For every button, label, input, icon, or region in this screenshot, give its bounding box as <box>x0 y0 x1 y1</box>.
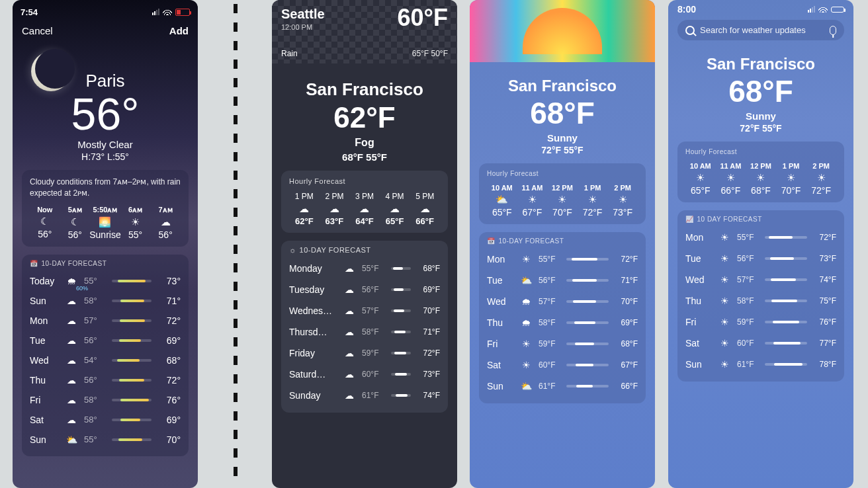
hourly-cell[interactable]: 3 PM☁64°F <box>349 192 380 226</box>
hourly-row[interactable]: 10 AM☀65°F11 AM☀66°F12 PM☀68°F1 PM☀70°F2… <box>685 162 836 196</box>
daily-row[interactable]: Today🌧60%55°73° <box>30 271 181 291</box>
daily-card[interactable]: 📈 10 DAY FORECAST Mon☀55°F72°FTue☀56°F73… <box>677 210 844 382</box>
daily-row[interactable]: Sun☁58°71° <box>30 291 181 311</box>
daily-row[interactable]: Sun☀61°F78°F <box>685 354 836 375</box>
hour-temp: 65°F <box>386 216 404 226</box>
hourly-row[interactable]: Now☾56°5ᴀᴍ☾56°5:50ᴀᴍ🌅Sunrise6ᴀᴍ☀55°7ᴀᴍ☁5… <box>30 206 181 240</box>
daily-row[interactable]: Mon☁57°72° <box>30 311 181 331</box>
daily-row[interactable]: Thu☀58°F75°F <box>685 290 836 311</box>
search-bar[interactable]: Search for weather updates <box>677 20 844 40</box>
hourly-cell[interactable]: 2 PM☀73°F <box>607 184 638 218</box>
hourly-card[interactable]: Hourly Forecast 10 AM⛅65°F11 AM☀67°F12 P… <box>479 163 646 224</box>
low-temp: 58°F <box>362 327 386 337</box>
daily-row[interactable]: Mon☀55°F72°F <box>685 227 836 248</box>
daily-card[interactable]: 📅 10-DAY FORECAST Mon☀55°F72°FTue⛅56°F71… <box>479 232 646 403</box>
daily-row[interactable]: Sat☀60°F77°F <box>685 333 836 354</box>
hourly-cell[interactable]: 1 PM☀70°F <box>776 162 806 196</box>
temp-range-bar <box>566 321 609 324</box>
hourly-cell[interactable]: 2 PM☁63°F <box>320 192 350 226</box>
day-label: Sat <box>685 338 712 348</box>
high-temp: 70° <box>157 434 181 445</box>
hourly-cell[interactable]: 6ᴀᴍ☀55° <box>120 206 151 240</box>
low-temp: 61°F <box>539 382 561 391</box>
daily-row[interactable]: Thu🌧58°F69°F <box>487 312 638 333</box>
mic-icon[interactable] <box>830 26 836 35</box>
hourly-row[interactable]: 10 AM⛅65°F11 AM☀67°F12 PM☀70°F1 PM☀72°F2… <box>487 184 638 218</box>
daily-row[interactable]: Sunday☁61°F74°F <box>289 385 440 406</box>
hourly-card[interactable]: Hourly Forecast 1 PM☁62°F2 PM☁63°F3 PM☁6… <box>281 171 448 233</box>
high-temp: 67°F <box>614 360 638 370</box>
weather-icon: ☁ <box>161 217 171 227</box>
condition-text: Sunny <box>470 132 655 143</box>
daily-card[interactable]: 📅 10-DAY FORECAST Today🌧60%55°73°Sun☁58°… <box>22 255 189 456</box>
weather-icon: 🌧60% <box>64 276 79 286</box>
daily-row[interactable]: Saturd…☁60°F73°F <box>289 364 440 385</box>
daily-row[interactable]: Monday☁55°F68°F <box>289 258 440 279</box>
hourly-cell[interactable]: 2 PM☀72°F <box>806 162 836 196</box>
hour-temp: 72°F <box>811 185 831 196</box>
low-temp: 56°F <box>539 276 561 285</box>
hourly-cell[interactable]: 12 PM☀70°F <box>547 184 578 218</box>
condition-text: Fog <box>272 137 457 149</box>
hour-label: 7ᴀᴍ <box>159 206 173 214</box>
daily-row[interactable]: Tue☀56°F73°F <box>685 248 836 269</box>
hilo-text: H:73° L:55° <box>13 151 198 162</box>
hourly-cell[interactable]: 7ᴀᴍ☁56° <box>150 206 181 240</box>
add-button[interactable]: Add <box>169 25 189 36</box>
daily-row[interactable]: Sat☀60°F67°F <box>487 354 638 376</box>
hourly-cell[interactable]: 11 AM☀66°F <box>716 162 746 196</box>
top-widget[interactable]: Seattle 12:00 PM 60°F Rain 65°F 50°F <box>272 0 457 63</box>
hourly-card[interactable]: Hourly Forecast 10 AM☀65°F11 AM☀66°F12 P… <box>677 142 844 202</box>
daily-row[interactable]: Wed☀57°F74°F <box>685 269 836 290</box>
day-label: Sunday <box>289 390 337 401</box>
cancel-button[interactable]: Cancel <box>22 25 53 36</box>
daily-row[interactable]: Tue☁56°69° <box>30 331 181 350</box>
temp-range-bar <box>765 342 807 345</box>
hourly-cell[interactable]: Now☾56° <box>30 206 60 240</box>
daily-row[interactable]: Friday☁59°F72°F <box>289 343 440 364</box>
day-label: Tue <box>30 335 59 346</box>
hourly-row[interactable]: 1 PM☁62°F2 PM☁63°F3 PM☁64°F4 PM☁65°F5 PM… <box>289 192 440 226</box>
hourly-cell[interactable]: 10 AM⛅65°F <box>487 184 517 218</box>
hour-temp: 65°F <box>492 207 512 218</box>
hourly-cell[interactable]: 5ᴀᴍ☾56° <box>60 206 91 240</box>
temp-range-bar <box>566 343 609 345</box>
weather-icon: ☀ <box>756 173 765 183</box>
daily-row[interactable]: Thursd…☁58°F71°F <box>289 321 440 343</box>
hourly-cell[interactable]: 1 PM☁62°F <box>289 192 320 226</box>
daily-row[interactable]: Sat☁58°69° <box>30 410 181 430</box>
daily-card[interactable]: ☼ 10-DAY FORECAST Monday☁55°F68°FTuesday… <box>281 241 448 413</box>
high-temp: 74°F <box>416 391 440 400</box>
weather-icon: ☁ <box>329 204 339 214</box>
battery-icon <box>831 7 844 13</box>
daily-row[interactable]: Thu☁56°72° <box>30 370 181 390</box>
weather-icon: ☀ <box>696 173 705 183</box>
daily-row[interactable]: Wed🌧57°F70°F <box>487 291 638 312</box>
daily-row[interactable]: Fri☀59°F76°F <box>685 311 836 333</box>
hourly-cell[interactable]: 5 PM☁66°F <box>410 192 440 226</box>
weather-icon: ☁ <box>342 263 357 274</box>
hourly-cell[interactable]: 4 PM☁65°F <box>380 192 410 226</box>
daily-row[interactable]: Mon☀55°F72°F <box>487 249 638 270</box>
daily-row[interactable]: Tue⛅56°F71°F <box>487 270 638 291</box>
low-temp: 61°F <box>362 391 386 400</box>
hour-temp: 63°F <box>326 216 344 226</box>
temp-range-bar <box>391 373 411 376</box>
hourly-cell[interactable]: 12 PM☀68°F <box>746 162 776 196</box>
hourly-cell[interactable]: 5:50ᴀᴍ🌅Sunrise <box>90 206 120 240</box>
daily-row[interactable]: Sun⛅55°70° <box>30 430 181 450</box>
low-temp: 58° <box>84 395 107 405</box>
daily-row[interactable]: Wednes…☁57°F70°F <box>289 300 440 321</box>
hourly-cell[interactable]: 10 AM☀65°F <box>685 162 716 196</box>
hourly-cell[interactable]: 1 PM☀72°F <box>578 184 608 218</box>
city-name: San Francisco <box>272 79 457 100</box>
hourly-cell[interactable]: 11 AM☀67°F <box>517 184 548 218</box>
daily-row[interactable]: Sun⛅61°F66°F <box>487 376 638 397</box>
daily-row[interactable]: Tuesday☁56°F69°F <box>289 279 440 300</box>
daily-row[interactable]: Fri☁58°76° <box>30 390 181 410</box>
high-temp: 68°F <box>614 339 638 348</box>
hourly-card[interactable]: Cloudy conditions from 7ᴀᴍ–2ᴘᴍ, with rai… <box>22 170 189 247</box>
daily-row[interactable]: Fri☀59°F68°F <box>487 333 638 354</box>
daily-row[interactable]: Wed☁54°68° <box>30 350 181 370</box>
day-label: Mon <box>30 315 59 326</box>
